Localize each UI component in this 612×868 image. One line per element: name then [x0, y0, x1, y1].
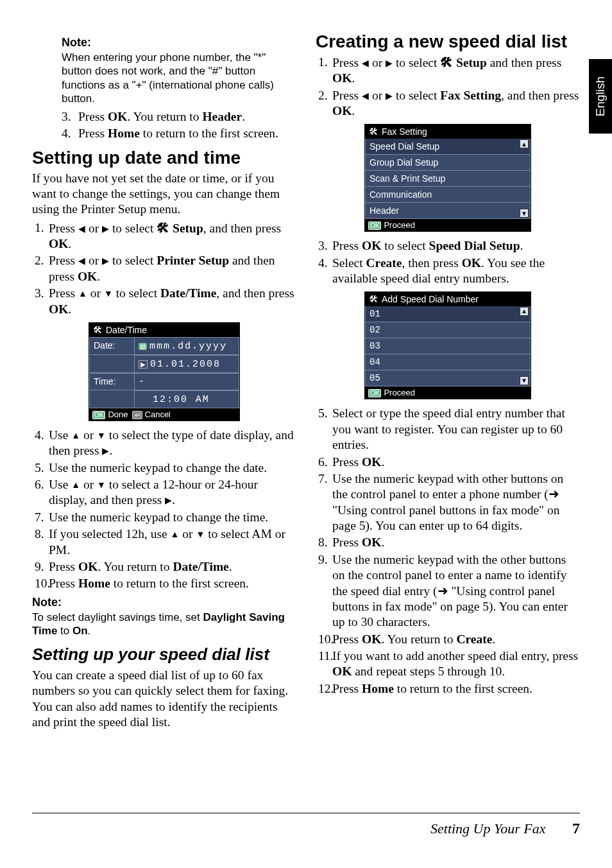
scroll-down-icon: ▼ [520, 376, 529, 385]
dstep-8: 8.If you selected 12h, use ▲ or ▼ to sel… [32, 526, 296, 558]
page-footer: Setting Up Your Fax 7 [32, 813, 580, 837]
pointer-icon: ➜ [438, 584, 448, 598]
dstep-5: 5.Use the numeric keypad to change the d… [32, 460, 296, 476]
dstep-2: 2.Press ◀ or ▶ to select Printer Setup a… [32, 253, 296, 284]
lcd-date-label: Date: [89, 337, 134, 355]
right-arrow-icon: ▶ [102, 446, 109, 457]
cstep-1: 1.Press ◀ or ▶ to select 🛠 Setup and the… [316, 55, 580, 87]
lcd-footer: OKProceed [365, 386, 531, 399]
left-arrow-icon: ◀ [362, 91, 369, 102]
dstep-4: 4.Use ▲ or ▼ to select the type of date … [32, 428, 296, 459]
setup-icon: 🛠 [369, 294, 378, 304]
lcd-item-04: 04 [365, 354, 531, 370]
create-steps-1: 1.Press ◀ or ▶ to select 🛠 Setup and the… [316, 55, 580, 119]
lcd-time-blank: - [134, 373, 239, 390]
heading-create-list: Creating a new speed dial list [316, 32, 580, 52]
down-arrow-icon: ▼ [104, 288, 113, 300]
setup-icon: 🛠 [93, 325, 102, 335]
right-arrow-icon: ▶ [165, 495, 172, 507]
up-arrow-icon: ▲ [71, 480, 80, 491]
up-arrow-icon: ▲ [171, 529, 180, 541]
lcd-date-value: ▶ 01.01.2008 [134, 355, 239, 373]
pointer-icon: ➜ [548, 487, 559, 501]
right-arrow-icon: ▶ [386, 58, 393, 69]
setup-icon: 🛠 [369, 126, 378, 137]
language-tab: English [589, 59, 612, 134]
dstep-3: 3.Press ▲ or ▼ to select Date/Time, and … [32, 286, 296, 317]
cstep-9: 9.Use the numeric keypad with the other … [316, 552, 580, 630]
lcd-title: Add Speed Dial Number [382, 294, 479, 304]
cstep-8: 8.Press OK. [316, 535, 580, 550]
lcd-title: Date/Time [106, 325, 147, 335]
cstep-11: 11.If you want to add another speed dial… [316, 648, 580, 680]
down-arrow-icon: ▼ [196, 529, 205, 541]
lcd-item-scan-print: Scan & Print Setup [365, 171, 531, 187]
scroll-down-icon: ▼ [520, 209, 529, 218]
setup-icon: 🛠 [157, 220, 169, 236]
lcd-fax-setting: 🛠Fax Setting Speed Dial Setup▲ Group Dia… [364, 124, 531, 232]
lcd-time-value: 12:00 AM [134, 390, 239, 408]
lcd-footer: OKProceed [365, 219, 531, 231]
date-steps-2: 4.Use ▲ or ▼ to select the type of date … [32, 428, 296, 592]
para-date-intro: If you have not yet set the date or time… [32, 171, 296, 218]
cstep-3: 3.Press OK to select Speed Dial Setup. [316, 238, 580, 254]
cstep-7: 7.Use the numeric keypad with other butt… [316, 471, 580, 534]
lcd-item-header: Header▼ [365, 203, 531, 219]
step-4: 4.Press Home to return to the first scre… [62, 126, 296, 141]
lcd-footer: OKDone↩Cancel [89, 408, 239, 421]
create-steps-2: 3.Press OK to select Speed Dial Setup. 4… [316, 238, 580, 286]
footer-title: Setting Up Your Fax [430, 820, 545, 837]
setup-icon: 🛠 [440, 55, 453, 70]
down-arrow-icon: ▼ [97, 480, 106, 491]
left-arrow-icon: ◀ [78, 256, 85, 267]
create-steps-3: 5.Select or type the speed dial entry nu… [316, 406, 580, 697]
heading-date-time: Setting up date and time [32, 148, 296, 168]
note2-body: To select daylight savings time, set Day… [32, 611, 296, 638]
scroll-up-icon: ▲ [520, 307, 529, 316]
step-3: 3.Press OK. You return to Header. [62, 109, 296, 125]
footer-page-number: 7 [572, 820, 580, 837]
cstep-10: 10.Press OK. You return to Create. [316, 632, 580, 647]
language-tab-text: English [593, 76, 608, 116]
note2-title: Note: [32, 596, 296, 609]
cstep-6: 6.Press OK. [316, 455, 580, 470]
lcd-date-format: ▤ mmm.dd.yyyy [134, 337, 239, 355]
page-content: Note: When entering your phone number, t… [0, 0, 612, 733]
right-arrow-icon: ▶ [102, 256, 109, 267]
cstep-2: 2.Press ◀ or ▶ to select Fax Setting, an… [316, 88, 580, 119]
left-column: Note: When entering your phone number, t… [32, 32, 296, 733]
date-steps: 1.Press ◀ or ▶ to select 🛠 Setup, and th… [32, 220, 296, 317]
dstep-9: 9.Press OK. You return to Date/Time. [32, 559, 296, 575]
lcd-item-02: 02 [365, 322, 531, 338]
lcd-item-01: 01▲ [365, 306, 531, 322]
cstep-4: 4.Select Create, then press OK. You see … [316, 256, 580, 287]
lcd-time-label: Time: [89, 373, 134, 390]
lcd-item-03: 03 [365, 338, 531, 354]
left-arrow-icon: ◀ [362, 58, 369, 69]
lcd-datetime: 🛠Date/Time Date: ▤ mmm.dd.yyyy ▶ 01.01.2… [89, 322, 240, 421]
up-arrow-icon: ▲ [78, 288, 87, 300]
dstep-10: 10.Press Home to return to the first scr… [32, 576, 296, 591]
lcd-item-05: 05▼ [365, 370, 531, 386]
lcd-item-communication: Communication [365, 187, 531, 203]
right-arrow-icon: ▶ [102, 223, 109, 235]
cstep-5: 5.Select or type the speed dial entry nu… [316, 406, 580, 453]
dstep-1: 1.Press ◀ or ▶ to select 🛠 Setup, and th… [32, 220, 296, 252]
lcd-item-speed-dial: Speed Dial Setup▲ [365, 139, 531, 155]
lcd-add-speed-dial: 🛠Add Speed Dial Number 01▲ 02 03 04 05▼ … [364, 291, 531, 399]
scroll-up-icon: ▲ [520, 139, 529, 148]
right-arrow-icon: ▶ [386, 91, 393, 102]
cstep-12: 12.Press Home to return to the first scr… [316, 681, 580, 697]
down-arrow-icon: ▼ [97, 430, 106, 442]
heading-speed-dial: Setting up your speed dial list [32, 645, 296, 664]
para-speed-intro: You can create a speed dial list of up t… [32, 668, 296, 731]
right-column: Creating a new speed dial list 1.Press ◀… [316, 32, 580, 733]
dstep-6: 6.Use ▲ or ▼ to select a 12-hour or 24-h… [32, 477, 296, 508]
note1-body: When entering your phone number, the "*"… [62, 51, 296, 105]
note1-title: Note: [62, 36, 296, 49]
header-steps-cont: 3.Press OK. You return to Header. 4.Pres… [62, 109, 296, 142]
dstep-7: 7.Use the numeric keypad to change the t… [32, 510, 296, 525]
up-arrow-icon: ▲ [71, 430, 80, 442]
lcd-title: Fax Setting [382, 126, 427, 137]
lcd-item-group-dial: Group Dial Setup [365, 155, 531, 171]
